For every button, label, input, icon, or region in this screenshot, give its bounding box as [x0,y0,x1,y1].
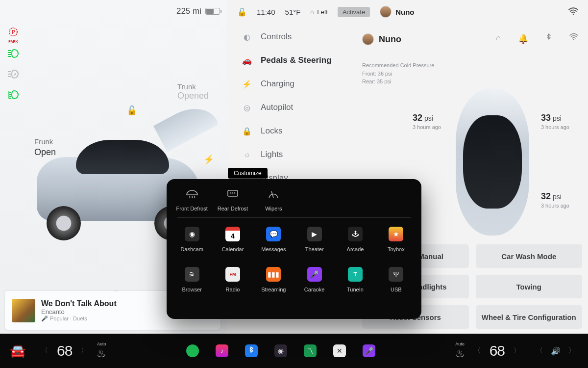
energy-app-icon[interactable]: 〽 [304,344,317,357]
wifi-icon[interactable] [568,7,578,17]
homelink[interactable]: ⌂ Left [310,8,328,16]
svg-text:A: A [14,72,17,77]
calendar-icon: 4 [225,227,240,241]
temp-down-left[interactable]: 〈 [38,346,51,355]
fog-light-icon [7,89,19,101]
wifi-icon[interactable] [569,33,578,44]
vol-up[interactable]: 〉 [565,346,578,355]
caraoke-icon: 🎤 [307,267,322,282]
nav-locks[interactable]: 🔒Locks [242,126,350,136]
tunein-icon: T [348,267,363,282]
temp-up-right[interactable]: 〉 [511,346,523,355]
trunk-label: Trunk [177,82,196,91]
streaming-icon: ▮▮▮ [266,267,281,282]
usb-app[interactable]: ΨUSB [376,267,416,292]
driver-seat-heater[interactable]: Auto♨ [97,342,106,360]
garage-icon[interactable]: ⌂ [496,33,501,44]
temp-down-right[interactable]: 〈 [471,346,484,355]
dashcam-icon: ◉ [185,227,199,241]
media-artist: Encanto [41,308,117,315]
wheel-icon: ◎ [242,103,252,112]
toybox-icon: ★ [389,227,403,241]
toggle-icon: ◐ [242,32,252,42]
lock-status-icon[interactable]: 🔓 [237,7,247,17]
front-defrost-button[interactable]: Front Defrost [172,188,212,211]
profile-chip[interactable]: Nuno [380,6,414,18]
messages-app[interactable]: 💬Messages [253,227,294,252]
settings-nav: ◐Controls 🚗Pedals & Steering ⚡Charging ◎… [242,32,350,183]
rear-defrost-icon [225,188,240,201]
lock-icon: 🔒 [242,127,252,136]
park-indicator: P PARK [7,27,19,39]
calendar-app[interactable]: 4Calendar [212,227,253,252]
arcade-app[interactable]: 🕹Arcade [335,227,375,252]
avatar [362,33,374,45]
customize-tooltip: Customize [228,168,268,179]
nav-controls[interactable]: ◐Controls [242,32,350,42]
close-app-icon[interactable]: ✕ [333,344,346,357]
driver-temp[interactable]: 68 [57,342,72,359]
headlight-on-icon [7,48,19,59]
app-drawer: Front Defrost Rear Defrost Wipers ◉Dashc… [167,179,421,319]
svg-text:P: P [12,29,15,35]
tire-psi-front-right: 33psi3 hours ago [541,113,569,130]
wheel-config-button[interactable]: Wheel & Tire Configuration [476,305,583,329]
camera-app-icon[interactable]: ◉ [274,344,287,357]
front-defrost-icon [185,188,199,201]
seat-heat-icon: ♨ [97,347,106,360]
nav-lights[interactable]: ☼Lights [242,150,350,159]
avatar [380,6,392,18]
speaker-icon: 🔊 [551,346,561,356]
outside-temp: 51°F [285,8,301,16]
bluetooth-icon[interactable] [546,33,552,44]
radio-icon: FM [225,267,240,282]
tire-pressure-note: Recommended Cold Pressure Front: 36 psi … [362,61,434,86]
activate-button[interactable]: Activate [338,7,370,17]
tire-psi-rear-right: 32psi3 hours ago [541,191,569,209]
tire-psi-front-left: 32psi3 hours ago [413,113,441,130]
top-bar: 🔓 11:40 51°F ⌂ Left Activate Nuno [227,6,588,17]
profile-heading[interactable]: Nuno [362,33,401,45]
wipers-icon [266,188,281,201]
car-icon: 🚗 [242,56,252,65]
temp-up-left[interactable]: 〉 [78,346,91,355]
toybox-app[interactable]: ★Toybox [376,227,416,252]
bulb-icon: ☼ [242,150,252,159]
bell-icon[interactable]: 🔔 [518,33,528,44]
car-menu-icon[interactable]: 🚘 [10,343,25,359]
seat-heat-icon: ♨ [455,347,465,360]
caraoke-dock-icon[interactable]: 🎤 [363,344,375,357]
vol-down[interactable]: 〈 [533,346,546,355]
passenger-seat-heater[interactable]: Auto♨ [455,342,465,360]
profile-name: Nuno [379,34,401,45]
bluetooth-app-icon[interactable] [245,344,258,357]
passenger-temp[interactable]: 68 [490,342,505,359]
nav-pedals[interactable]: 🚗Pedals & Steering [242,55,350,65]
streaming-app[interactable]: ▮▮▮Streaming [253,267,294,292]
volume-control[interactable]: 〈 🔊 〉 [533,346,578,356]
radio-app[interactable]: FMRadio [212,267,253,292]
theater-app[interactable]: ▶Theater [294,227,335,252]
bolt-icon: ⚡ [242,79,252,89]
browser-app[interactable]: ⚞Browser [172,267,212,292]
messages-icon: 💬 [266,227,281,241]
rear-defrost-button[interactable]: Rear Defrost [212,188,253,211]
apple-music-icon[interactable]: ♪ [216,344,228,357]
browser-icon: ⚞ [185,267,199,282]
towing-button[interactable]: Towing [476,275,583,298]
trunk-state[interactable]: Opened [177,91,209,101]
spotify-icon[interactable] [186,344,199,357]
svg-point-4 [573,39,574,40]
auto-headlight-icon: A [7,68,19,80]
tunein-app[interactable]: TTuneIn [335,267,375,292]
theater-icon: ▶ [307,227,322,241]
nav-autopilot[interactable]: ◎Autopilot [242,103,350,112]
unlock-icon[interactable]: 🔓 [126,105,137,116]
clock: 11:40 [257,8,275,16]
caraoke-app[interactable]: 🎤Caraoke [294,267,335,292]
dashcam-app[interactable]: ◉Dashcam [172,227,212,252]
nav-charging[interactable]: ⚡Charging [242,79,350,89]
media-grabber-icon[interactable]: ︿ [114,287,119,294]
wipers-button[interactable]: Wipers [253,188,294,211]
car-wash-button[interactable]: Car Wash Mode [476,244,583,268]
